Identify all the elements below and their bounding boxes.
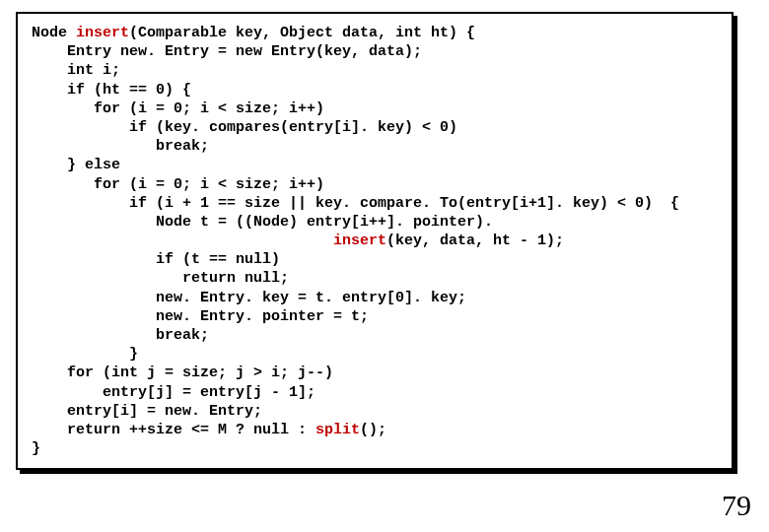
code-line: Node insert(Comparable key, Object data,… <box>32 25 475 41</box>
code-block: Node insert(Comparable key, Object data,… <box>32 24 718 458</box>
code-line: return null; <box>32 270 289 287</box>
code-line: for (i = 0; i < size; i++) <box>32 100 324 117</box>
code-line: Entry new. Entry = new Entry(key, data); <box>32 43 422 60</box>
code-line: } <box>32 346 138 363</box>
code-line: for (int j = size; j > i; j--) <box>32 365 333 381</box>
code-line: } <box>32 440 40 457</box>
code-line: if (key. compares(entry[i]. key) < 0) <box>32 119 457 136</box>
page-number: 79 <box>722 487 751 524</box>
slide: Node insert(Comparable key, Object data,… <box>0 0 769 532</box>
kw-insert: insert <box>333 233 386 249</box>
kw-split: split <box>315 422 360 438</box>
code-line: } else <box>32 157 120 173</box>
code-line: return ++size <= M ? null : split(); <box>32 422 386 438</box>
code-line: if (i + 1 == size || key. compare. To(en… <box>32 195 679 212</box>
code-line: entry[j] = entry[j - 1]; <box>32 384 315 401</box>
code-line: for (i = 0; i < size; i++) <box>32 176 324 193</box>
code-line: break; <box>32 327 209 344</box>
code-line: new. Entry. key = t. entry[0]. key; <box>32 290 466 306</box>
code-line: break; <box>32 138 209 155</box>
kw-insert: insert <box>76 25 129 41</box>
code-line: insert(key, data, ht - 1); <box>32 233 564 249</box>
code-line: entry[i] = new. Entry; <box>32 403 262 420</box>
code-line: if (t == null) <box>32 251 280 268</box>
code-line: int i; <box>32 62 120 79</box>
code-box: Node insert(Comparable key, Object data,… <box>16 12 734 470</box>
code-line: if (ht == 0) { <box>32 82 191 99</box>
code-line: new. Entry. pointer = t; <box>32 308 369 325</box>
code-line: Node t = ((Node) entry[i++]. pointer). <box>32 214 493 231</box>
